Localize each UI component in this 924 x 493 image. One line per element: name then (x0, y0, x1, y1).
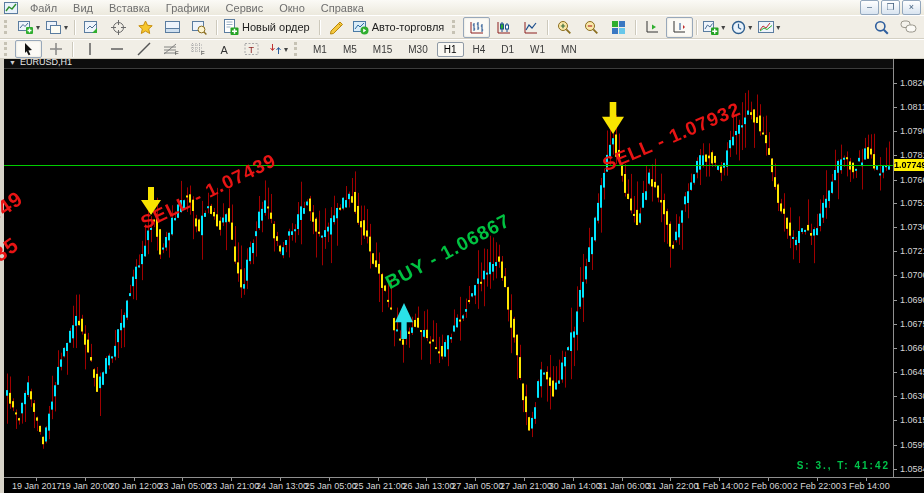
templates-icon (758, 20, 774, 34)
tile-icon (611, 20, 626, 35)
terminal-button[interactable] (159, 17, 186, 38)
close-button[interactable]: × (902, 0, 921, 15)
vline-button[interactable] (76, 40, 103, 58)
standard-toolbar: ▾▾Новый ордерАвто-торговля▾▾▾ (0, 15, 924, 39)
search-button[interactable] (868, 17, 895, 38)
profiles-icon (46, 20, 62, 35)
price-tick (894, 372, 897, 373)
autoscroll-button[interactable] (639, 17, 666, 38)
period-w1-button[interactable]: W1 (523, 42, 552, 57)
chart-line-icon (524, 20, 538, 34)
period-m1-button[interactable]: M1 (306, 42, 334, 57)
hline-button[interactable] (103, 40, 130, 58)
time-axis[interactable]: 19 Jan 201719 Jan 20:0020 Jan 12:0023 Ja… (4, 477, 924, 493)
chart-bars-button[interactable] (463, 17, 490, 38)
price-tick (894, 155, 897, 156)
new-order-button[interactable]: Новый ордер (220, 17, 316, 38)
label-t-button[interactable]: T (238, 40, 265, 58)
tester-button[interactable] (186, 17, 213, 38)
new-chart-button[interactable]: ▾ (15, 17, 43, 38)
toolbar-separator (72, 42, 73, 57)
toolbar-separator (74, 20, 75, 35)
sell-arrow-icon[interactable] (141, 187, 161, 219)
menu-item-4[interactable]: Сервис (218, 1, 272, 15)
price-tick (894, 275, 897, 276)
menu-item-0[interactable]: Файл (22, 1, 65, 15)
price-tick (894, 420, 897, 421)
timer-status-text: S: 3., T: 41:42 (797, 460, 890, 471)
buy-arrow-icon[interactable] (395, 303, 413, 343)
navigator-icon (138, 20, 153, 35)
price-tick (894, 324, 897, 325)
period-mn-button[interactable]: MN (554, 42, 584, 57)
arrows-tool-icon (269, 42, 282, 56)
crosshair-icon (111, 20, 126, 35)
dropdown-caret-icon[interactable]: ▾ (36, 23, 40, 32)
minimize-button[interactable]: – (860, 0, 879, 15)
time-tick-label: 27 Jan 05:00 (451, 481, 503, 491)
menu-item-5[interactable]: Окно (271, 1, 313, 15)
price-tick-label: 1.05840 (900, 464, 924, 474)
period-h4-button[interactable]: H4 (466, 42, 493, 57)
price-axis[interactable]: 1.07749 1.082651.081151.079651.078151.07… (893, 56, 924, 477)
sell-arrow-icon[interactable] (602, 102, 624, 138)
text-a-button[interactable]: A (211, 40, 238, 58)
period-d1-button[interactable]: D1 (494, 42, 521, 57)
arrows-tool-button[interactable]: ▾ (265, 40, 292, 58)
period-m15-button[interactable]: M15 (366, 42, 399, 57)
price-tick (894, 445, 897, 446)
menu-bar: ФайлВидВставкаГрафикиСервисОкноСправка –… (0, 0, 924, 15)
price-tick-label: 1.07210 (900, 246, 924, 256)
cross-button[interactable] (42, 40, 69, 58)
market-watch-icon (84, 20, 99, 35)
crosshair-button[interactable] (105, 17, 132, 38)
zoom-out-button[interactable] (578, 17, 605, 38)
price-tick-label: 1.05995 (900, 440, 924, 450)
fibo-button[interactable]: F (157, 40, 184, 58)
templates-button[interactable]: ▾ (755, 17, 783, 38)
market-watch-button[interactable] (78, 17, 105, 38)
menu-item-2[interactable]: Вставка (101, 1, 158, 15)
grid-f-button[interactable]: F (184, 40, 211, 58)
restore-button[interactable]: ❐ (881, 0, 900, 15)
menu-item-1[interactable]: Вид (65, 1, 101, 15)
autotrade-button[interactable]: Авто-торговля (350, 17, 451, 38)
price-tick-label: 1.06300 (900, 391, 924, 401)
profiles-button[interactable]: ▾ (43, 17, 71, 38)
indicators-button[interactable]: ▾ (700, 17, 728, 38)
time-tick-label: 25 Jan 21:00 (354, 481, 406, 491)
chart-canvas[interactable] (4, 56, 893, 477)
dropdown-caret-icon[interactable]: ▾ (776, 23, 780, 32)
clock-button[interactable]: ▾ (728, 17, 755, 38)
metaeditor-button[interactable] (323, 17, 350, 38)
toolbar-separator (216, 20, 217, 35)
current-price-tag: 1.07749 (894, 159, 924, 171)
main-menu: ФайлВидВставкаГрафикиСервисОкноСправка (22, 1, 372, 15)
zoom-in-button[interactable] (551, 17, 578, 38)
menu-item-6[interactable]: Справка (313, 1, 372, 15)
dropdown-caret-icon[interactable]: ▾ (284, 45, 288, 54)
dropdown-caret-icon[interactable]: ▾ (64, 23, 68, 32)
chart-candles-button[interactable] (490, 17, 517, 38)
chart-line-button[interactable] (517, 17, 544, 38)
dropdown-caret-icon[interactable]: ▾ (748, 23, 752, 32)
clock-icon (731, 20, 746, 35)
toolbar-separator (696, 20, 697, 35)
price-tick-label: 1.07965 (900, 126, 924, 136)
navigator-button[interactable] (132, 17, 159, 38)
tline-button[interactable] (130, 40, 157, 58)
cursor-button[interactable] (15, 40, 42, 58)
period-m5-button[interactable]: M5 (336, 42, 364, 57)
price-tick (894, 300, 897, 301)
price-tick (894, 227, 897, 228)
chartshift-button[interactable] (666, 17, 693, 38)
menu-item-3[interactable]: Графики (158, 1, 218, 15)
chat-button[interactable] (895, 17, 922, 38)
dropdown-caret-icon[interactable]: ▾ (721, 23, 725, 32)
time-tick-label: 23 Jan 21:00 (207, 481, 259, 491)
period-h1-button[interactable]: H1 (437, 42, 464, 57)
period-m30-button[interactable]: M30 (401, 42, 434, 57)
collapse-triangle-icon[interactable]: ▼ (9, 59, 16, 66)
search-icon (874, 20, 889, 35)
tile-button[interactable] (605, 17, 632, 38)
